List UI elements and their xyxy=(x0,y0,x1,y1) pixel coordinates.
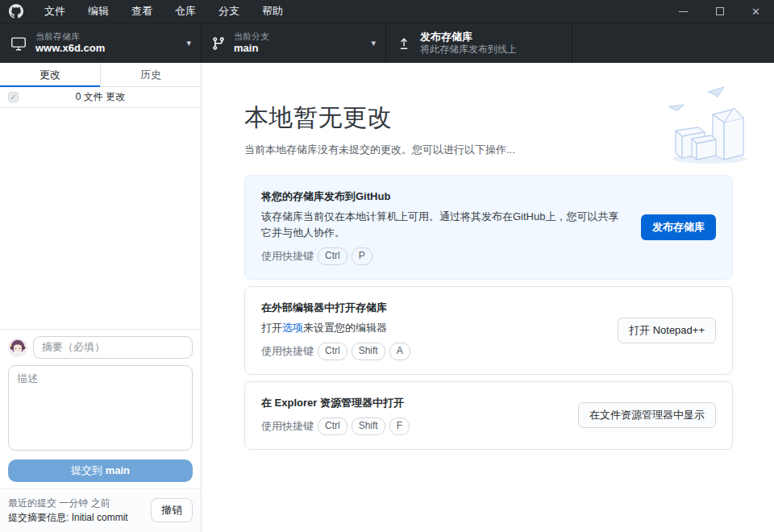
recent-commit-message-label: 提交摘要信息: xyxy=(8,512,69,523)
close-icon: ✕ xyxy=(751,6,760,18)
card-publish-to-github: 将您的存储库发布到GitHub 该存储库当前仅在本地计算机上可用。通过将其发布在… xyxy=(244,175,733,280)
card-open-in-editor: 在外部编辑器中打开存储库 打开选项来设置您的编辑器 使用快捷键 Ctrl Shi… xyxy=(244,286,733,375)
open-notepad-button[interactable]: 打开 Notepad++ xyxy=(618,318,716,343)
kbd-ctrl: Ctrl xyxy=(318,247,347,265)
card-publish-title: 将您的存储库发布到GitHub xyxy=(261,189,625,204)
menu-repository[interactable]: 仓库 xyxy=(164,0,207,23)
card-publish-body: 该存储库当前仅在本地计算机上可用。通过将其发布在GitHub上，您可以共享它并与… xyxy=(261,209,625,240)
chevron-down-icon: ▾ xyxy=(364,38,376,48)
recent-commit-time: 最近的提交 一分钟 之前 xyxy=(8,496,151,511)
card-editor-body: 打开选项来设置您的编辑器 xyxy=(261,320,601,336)
main-panel: 本地暂无更改 当前本地存储库没有未提交的更改。您可以进行以下操作... 将您的存… xyxy=(202,63,774,532)
commit-button-prefix: 提交到 xyxy=(71,464,106,476)
maximize-icon xyxy=(716,7,724,15)
kbd-ctrl: Ctrl xyxy=(318,343,347,360)
editor-body-suffix: 来设置您的编辑器 xyxy=(303,322,387,334)
shortcut-label: 使用快捷键 xyxy=(261,249,314,264)
content: 更改 历史 ✓ 0 文件 更改 xyxy=(0,63,774,532)
menu-file[interactable]: 文件 xyxy=(33,0,77,23)
menu-branch[interactable]: 分支 xyxy=(207,0,251,23)
card-publish-shortcut: 使用快捷键 Ctrl P xyxy=(261,247,625,265)
github-logo-icon xyxy=(9,4,23,19)
commit-button-branch: main xyxy=(106,464,130,476)
kbd-ctrl: Ctrl xyxy=(318,418,347,435)
empty-state-illustration xyxy=(660,85,755,168)
card-editor-shortcut: 使用快捷键 Ctrl Shift A xyxy=(261,343,601,360)
minimize-icon xyxy=(679,11,688,12)
repository-label: 当前存储库 xyxy=(35,31,105,43)
card-editor-content: 在外部编辑器中打开存储库 打开选项来设置您的编辑器 使用快捷键 Ctrl Shi… xyxy=(261,301,601,360)
commit-description-input[interactable] xyxy=(8,365,193,451)
github-desktop-window: 文件 编辑 查看 仓库 分支 帮助 ✕ 当前存储库 www.x6d.com ▾ xyxy=(0,0,774,532)
kbd-a: A xyxy=(389,343,410,360)
card-explorer-shortcut: 使用快捷键 Ctrl Shift F xyxy=(261,418,562,435)
tab-changes[interactable]: 更改 xyxy=(0,63,100,86)
recent-commit-info: 最近的提交 一分钟 之前 提交摘要信息: Initial commit xyxy=(8,496,151,526)
publish-subtitle: 将此存储库发布到线上 xyxy=(420,44,517,56)
current-repository-dropdown[interactable]: 当前存储库 www.x6d.com ▾ xyxy=(0,23,202,63)
commit-summary-input[interactable] xyxy=(33,336,193,359)
chevron-down-icon: ▾ xyxy=(180,38,191,48)
kbd-shift: Shift xyxy=(352,418,385,435)
publish-title: 发布存储库 xyxy=(420,31,517,44)
card-editor-action: 打开 Notepad++ xyxy=(618,318,716,343)
branch-icon xyxy=(211,36,226,51)
recent-commit-message-text: Initial commit xyxy=(69,512,127,523)
recent-commit-bar: 最近的提交 一分钟 之前 提交摘要信息: Initial commit 撤销 xyxy=(0,488,201,532)
commit-summary-row xyxy=(8,336,193,359)
current-branch-dropdown[interactable]: 当前分支 main ▾ xyxy=(202,23,386,63)
files-changed-row: ✓ 0 文件 更改 xyxy=(0,87,201,108)
branch-name: main xyxy=(234,42,269,55)
menu-edit[interactable]: 编辑 xyxy=(77,0,120,23)
close-button[interactable]: ✕ xyxy=(738,0,774,23)
card-explorer-title: 在 Explorer 资源管理器中打开 xyxy=(261,396,562,410)
show-in-explorer-button[interactable]: 在文件资源管理器中显示 xyxy=(578,402,716,428)
shortcut-label: 使用快捷键 xyxy=(261,419,314,434)
branch-label: 当前分支 xyxy=(234,31,269,43)
menu-view[interactable]: 查看 xyxy=(120,0,164,23)
suggested-actions: 将您的存储库发布到GitHub 该存储库当前仅在本地计算机上可用。通过将其发布在… xyxy=(244,175,733,450)
card-explorer-action: 在文件资源管理器中显示 xyxy=(578,402,716,428)
menubar: 文件 编辑 查看 仓库 分支 帮助 xyxy=(33,0,294,23)
card-open-in-explorer: 在 Explorer 资源管理器中打开 使用快捷键 Ctrl Shift F 在… xyxy=(244,381,733,450)
select-all-checkbox[interactable]: ✓ xyxy=(8,92,19,102)
undo-button[interactable]: 撤销 xyxy=(151,498,193,522)
upload-icon xyxy=(396,35,412,52)
tab-history[interactable]: 历史 xyxy=(100,63,201,86)
card-publish-action: 发布存储库 xyxy=(641,214,716,240)
publish-text: 发布存储库 将此存储库发布到线上 xyxy=(420,31,517,56)
options-link[interactable]: 选项 xyxy=(282,322,303,334)
files-changed-label: 0 文件 更改 xyxy=(0,90,201,104)
branch-text: 当前分支 main xyxy=(234,31,269,56)
editor-body-prefix: 打开 xyxy=(261,322,282,334)
card-explorer-content: 在 Explorer 资源管理器中打开 使用快捷键 Ctrl Shift F xyxy=(261,396,562,435)
menu-help[interactable]: 帮助 xyxy=(251,0,294,23)
kbd-f: F xyxy=(389,418,410,435)
recent-commit-message: 提交摘要信息: Initial commit xyxy=(8,510,151,526)
publish-repository-button[interactable]: 发布存储库 将此存储库发布到线上 xyxy=(386,23,572,63)
user-avatar xyxy=(8,338,27,357)
repository-icon xyxy=(10,35,27,52)
sidebar-tabs: 更改 历史 xyxy=(0,63,201,87)
window-controls: ✕ xyxy=(665,0,774,23)
card-editor-title: 在外部编辑器中打开存储库 xyxy=(261,301,601,315)
card-publish-content: 将您的存储库发布到GitHub 该存储库当前仅在本地计算机上可用。通过将其发布在… xyxy=(261,189,625,265)
publish-repository-card-button[interactable]: 发布存储库 xyxy=(641,214,716,240)
kbd-shift: Shift xyxy=(352,343,385,360)
sidebar: 更改 历史 ✓ 0 文件 更改 xyxy=(0,63,202,532)
repository-name: www.x6d.com xyxy=(35,42,105,55)
commit-button[interactable]: 提交到 main xyxy=(8,459,193,482)
commit-form: 提交到 main xyxy=(0,329,201,482)
shortcut-label: 使用快捷键 xyxy=(261,344,314,359)
repository-text: 当前存储库 www.x6d.com xyxy=(35,31,105,56)
changes-list-empty-area xyxy=(0,108,201,329)
toolbar: 当前存储库 www.x6d.com ▾ 当前分支 main ▾ 发布存储库 将此… xyxy=(0,23,774,63)
maximize-button[interactable] xyxy=(701,0,738,23)
minimize-button[interactable] xyxy=(665,0,701,23)
kbd-p: P xyxy=(352,247,372,265)
titlebar: 文件 编辑 查看 仓库 分支 帮助 ✕ xyxy=(0,0,774,23)
